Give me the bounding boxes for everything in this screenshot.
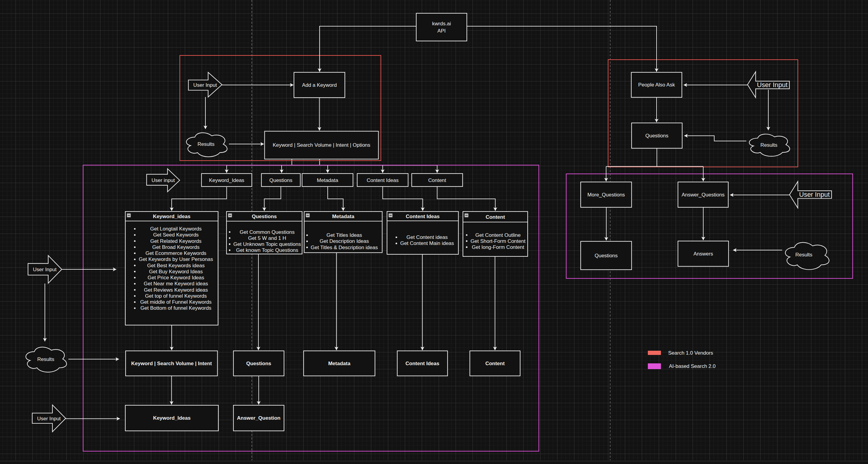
- svg-text:Get Best Keywords ideas: Get Best Keywords ideas: [147, 263, 205, 268]
- svg-text:Keyword | Search Volume | Inte: Keyword | Search Volume | Intent: [131, 361, 212, 367]
- svg-text:Content: Content: [428, 177, 446, 183]
- svg-text:Keyword_Ideas: Keyword_Ideas: [153, 415, 191, 421]
- svg-text:User Input: User Input: [33, 267, 57, 272]
- svg-text:Results: Results: [37, 356, 55, 362]
- svg-text:Get Longtail Keywords: Get Longtail Keywords: [150, 226, 202, 232]
- svg-text:Get Related Keywords: Get Related Keywords: [150, 238, 202, 244]
- svg-text:More_Questions: More_Questions: [587, 192, 625, 198]
- svg-text:AI-based Search 2.0: AI-based Search 2.0: [669, 364, 716, 369]
- svg-text:Content: Content: [486, 214, 505, 220]
- svg-text:Get Buy Keyword Ideas: Get Buy Keyword Ideas: [149, 269, 203, 274]
- svg-text:User Input: User Input: [799, 191, 830, 198]
- svg-text:Get Reviews Keyword ideas: Get Reviews Keyword ideas: [144, 287, 208, 293]
- svg-text:Get 5 W and 1 H: Get 5 W and 1 H: [248, 235, 286, 241]
- svg-text:Get Broad Keywords: Get Broad Keywords: [152, 244, 200, 250]
- svg-text:kwrds.ai: kwrds.ai: [432, 21, 451, 27]
- svg-text:Get Ecommerce Keywords: Get Ecommerce Keywords: [146, 251, 206, 256]
- svg-text:Add a Keyword: Add a Keyword: [302, 82, 337, 88]
- svg-text:Metadata: Metadata: [332, 213, 354, 219]
- svg-text:User Input: User Input: [193, 82, 217, 88]
- svg-text:Get known Topic Questions: Get known Topic Questions: [236, 248, 299, 253]
- svg-text:Questions: Questions: [645, 133, 669, 139]
- svg-text:API: API: [437, 28, 445, 34]
- svg-text:Get Description Ideas: Get Description Ideas: [319, 238, 369, 244]
- svg-text:Get Content Main ideas: Get Content Main ideas: [400, 240, 454, 246]
- svg-text:Content Ideas: Content Ideas: [406, 213, 439, 219]
- svg-text:User Input: User Input: [37, 416, 61, 422]
- svg-text:Get long-Form Content: Get long-Form Content: [472, 244, 524, 250]
- svg-text:Get Titles Ideas: Get Titles Ideas: [327, 232, 362, 238]
- svg-text:Answer_Questions: Answer_Questions: [682, 192, 725, 198]
- svg-text:User Input: User Input: [757, 81, 787, 89]
- svg-text:Get Content ideas: Get Content ideas: [406, 234, 447, 240]
- svg-text:Content Ideas: Content Ideas: [405, 361, 439, 367]
- svg-text:Get Titles & Description ideas: Get Titles & Description ideas: [311, 245, 378, 251]
- svg-text:Metadata: Metadata: [317, 177, 338, 183]
- svg-text:Keyword_Ideas: Keyword_Ideas: [209, 177, 244, 183]
- svg-text:Answer_Question: Answer_Question: [237, 415, 281, 421]
- svg-text:Results: Results: [796, 252, 813, 258]
- svg-text:Get Bottom of funnel Keywords: Get Bottom of funnel Keywords: [141, 305, 211, 311]
- svg-text:Get middle of Funnel Keywords: Get middle of Funnel Keywords: [140, 299, 211, 305]
- svg-text:Get top of funnel Keywords: Get top of funnel Keywords: [145, 293, 207, 299]
- svg-text:Questions: Questions: [594, 253, 618, 259]
- svg-text:People Also Ask: People Also Ask: [638, 82, 675, 88]
- svg-text:Get Price Keyword Ideas: Get Price Keyword Ideas: [148, 275, 204, 281]
- svg-text:User input: User input: [152, 177, 175, 183]
- svg-text:Questions: Questions: [252, 213, 277, 219]
- svg-text:Get Short-Form Content: Get Short-Form Content: [470, 238, 526, 244]
- svg-text:Content: Content: [485, 361, 505, 367]
- svg-text:Keyword_ideas: Keyword_ideas: [153, 213, 191, 219]
- svg-text:Answers: Answers: [693, 251, 713, 257]
- svg-text:Keyword | Search Volume | Inte: Keyword | Search Volume | Intent | Optio…: [273, 142, 370, 148]
- svg-text:Metadata: Metadata: [328, 361, 350, 367]
- svg-text:Get Common Questions: Get Common Questions: [240, 229, 294, 235]
- svg-text:Get Near me Keyword ideas: Get Near me Keyword ideas: [144, 281, 208, 287]
- svg-text:Results: Results: [761, 142, 778, 148]
- svg-text:Content Ideas: Content Ideas: [367, 177, 399, 183]
- svg-text:Results: Results: [197, 141, 215, 147]
- svg-text:Get Content Outline: Get Content Outline: [475, 232, 521, 238]
- svg-text:Search 1.0 Vendors: Search 1.0 Vendors: [668, 350, 713, 356]
- svg-text:Get Unknown Topic questions: Get Unknown Topic questions: [234, 241, 301, 247]
- svg-text:Get Keywords by User Personas: Get Keywords by User Personas: [139, 256, 213, 262]
- svg-text:Questions: Questions: [269, 177, 292, 183]
- svg-text:Get Seed Keywords: Get Seed Keywords: [153, 232, 198, 238]
- svg-text:Questions: Questions: [246, 361, 271, 367]
